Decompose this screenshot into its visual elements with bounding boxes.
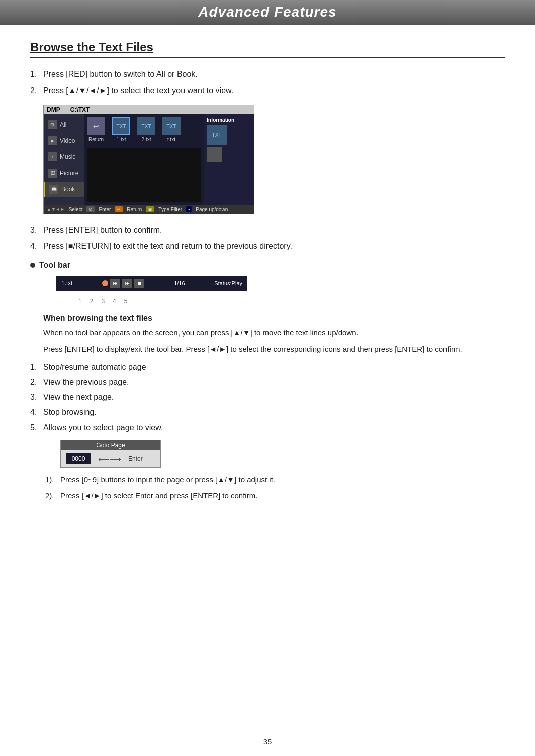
screenshot-ui: DMP C:\TXT ⊞ All ▶ Video ♪ Music 🖼 [43,105,254,214]
toolbar-items-list: 1. Stop/resume automatic page 2. View th… [30,361,505,434]
sidebar-music: ♪ Music [44,149,84,164]
txt1-icon: TXT [112,117,130,135]
when-browsing-para2: Press [ENTER] to display/exit the tool b… [43,343,505,355]
tb-dot [102,280,108,286]
when-browsing-title: When browsing the text files [43,314,505,323]
goto-page-box: Goto Page 0000 ⟵⟶ Enter [60,440,161,468]
main-steps: 1. Press [RED] button to switch to All o… [30,68,505,97]
sidebar-picture: 🖼 Picture [44,165,84,181]
all-icon: ⊞ [48,120,57,129]
toolbar-item-2: 2. View the previous page. [30,376,505,388]
when-browsing-section: When browsing the text files When no too… [43,314,505,355]
goto-page-body: 0000 ⟵⟶ Enter [61,450,160,467]
txt2-icon: TXT [137,117,155,135]
screenshot-body: ⊞ All ▶ Video ♪ Music 🖼 Picture 📖 Bo [44,114,254,205]
screenshot-top-bar: DMP C:\TXT [44,105,254,114]
toolbar-item-1: 1. Stop/resume automatic page [30,361,505,373]
txt-preview: TXT [207,125,227,145]
enter-btn: ⊙ [86,206,95,212]
step-3: 3. Press [ENTER] button to confirm. [30,224,505,236]
file-2txt: TXT 2.txt [137,117,155,142]
toolbar-mock: 1.txt ⏮ ⏭ ⏹ 1/16 Status:Play [56,276,247,291]
music-icon: ♪ [48,152,57,161]
toolbar-label: Tool bar [30,261,505,270]
tb-next: ⏭ [122,279,132,288]
toolbar-item-4: 4. Stop browsing. [30,406,505,418]
toolbar-numbers: 1 2 3 4 5 [43,298,505,305]
page-updown-btn: ▪ [186,206,192,212]
file-1txt: TXT 1.txt [112,117,130,142]
goto-arrows-icon: ⟵⟶ [98,454,121,464]
screenshot-bottom-bar: ▲▼◄► Select ⊙ Enter ↩ Return ▣ Type Filt… [44,205,254,214]
return-btn: ↩ [115,206,123,212]
toolbar-wrapper: 1.txt ⏮ ⏭ ⏹ 1/16 Status:Play 1 2 3 4 5 [43,276,505,305]
toolbar-icons: ⏮ ⏭ ⏹ [102,279,144,288]
sidebar-all: ⊞ All [44,117,84,132]
sidebar-book: 📖 Book [44,182,84,197]
tb-stop: ⏹ [134,279,144,288]
tb-prev: ⏮ [110,279,120,288]
goto-page-input[interactable]: 0000 [66,453,91,464]
picture-icon: 🖼 [48,169,57,178]
step-1: 1. Press [RED] button to switch to All o… [30,68,505,80]
toolbar-item-3: 3. View the next page. [30,391,505,403]
page-header: Advanced Features [0,0,535,25]
screenshot-sidebar: ⊞ All ▶ Video ♪ Music 🖼 Picture 📖 Bo [44,114,84,205]
return-icon: ↩ [87,117,105,135]
when-browsing-para1: When no tool bar appears on the screen, … [43,327,505,339]
file-ttxt: TXT t.txt [162,117,181,142]
screenshot-main-area: ↩ Return TXT 1.txt TXT 2.txt TXT t.txt [84,114,204,205]
goto-enter-label: Enter [128,455,143,462]
type-filter-btn: ▣ [146,206,154,212]
steps-3-4: 3. Press [ENTER] button to confirm. 4. P… [30,224,505,253]
sub-step-1: 1). Press [0~9] buttons to input the pag… [45,474,505,486]
sub-step-2: 2). Press [◄/►] to select Enter and pres… [45,490,505,502]
step-2: 2. Press [▲/▼/◄/►] to select the text yo… [30,85,505,97]
step-4: 4. Press [■/RETURN] to exit the text and… [30,240,505,253]
page-number: 35 [263,737,272,746]
video-icon: ▶ [48,136,57,145]
page-title: Advanced Features [0,4,535,20]
txtt-icon: TXT [162,117,181,135]
toolbar-item-5: 5. Allows you to select page to view. [30,422,505,434]
section-title: Browse the Text Files [30,40,505,58]
file-return: ↩ Return [87,117,105,142]
sidebar-video: ▶ Video [44,133,84,148]
preview-thumb [207,147,222,162]
goto-page-title: Goto Page [61,440,160,450]
content-area: Browse the Text Files 1. Press [RED] but… [0,40,535,502]
info-panel: Information TXT [204,114,254,205]
book-icon: 📖 [49,185,58,194]
preview-area [87,148,201,202]
file-grid: ↩ Return TXT 1.txt TXT 2.txt TXT t.txt [87,117,201,142]
sub-steps-list: 1). Press [0~9] buttons to input the pag… [45,474,505,502]
